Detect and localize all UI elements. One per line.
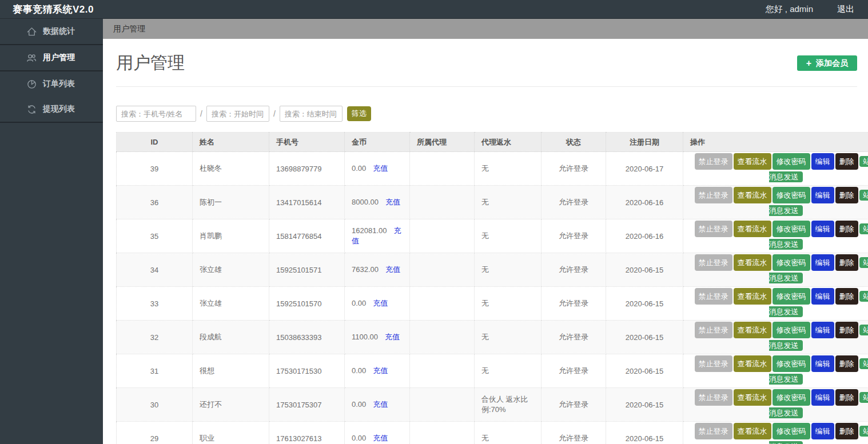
disable-login-button[interactable]: 禁止登录 [695,355,732,372]
cell-agent [410,186,475,219]
app-brand: 赛事竞猜系统V2.0 [0,3,94,16]
search-end-input[interactable] [280,106,343,122]
disable-login-button[interactable]: 禁止登录 [695,153,732,170]
delete-button[interactable]: 删除 [835,423,858,439]
edit-button[interactable]: 编辑 [811,254,834,271]
cell-date: 2020-06-15 [606,422,683,444]
search-start-input[interactable] [206,106,269,122]
delete-button[interactable]: 删除 [835,153,858,170]
edit-button[interactable]: 编辑 [811,355,834,372]
change-password-button[interactable]: 修改密码 [773,288,810,305]
add-member-button[interactable]: + 添加会员 [797,55,857,71]
cell-status: 允许登录 [541,253,606,287]
cell-rebate: 无 [475,186,541,219]
change-password-button[interactable]: 修改密码 [773,389,810,406]
recharge-link[interactable]: 充值 [385,265,400,274]
recharge-link[interactable]: 充值 [385,333,400,341]
view-transactions-button[interactable]: 查看流水 [734,288,771,305]
change-password-button[interactable]: 修改密码 [773,221,810,237]
sidebar-item-withdrawals[interactable]: 提现列表 [0,97,103,123]
view-transactions-button[interactable]: 查看流水 [734,322,771,338]
change-password-button[interactable]: 修改密码 [773,254,810,271]
edit-button[interactable]: 编辑 [811,389,834,406]
delete-button[interactable]: 删除 [835,254,858,271]
change-password-button[interactable]: 修改密码 [773,355,810,372]
recharge-link[interactable]: 充值 [373,400,388,409]
disable-login-button[interactable]: 禁止登录 [695,423,732,439]
view-transactions-button[interactable]: 查看流水 [734,187,771,203]
view-transactions-button[interactable]: 查看流水 [734,423,771,439]
view-transactions-button[interactable]: 查看流水 [734,389,771,406]
delete-button[interactable]: 删除 [835,322,858,338]
cell-name: 肖凯鹏 [193,219,269,253]
edit-button[interactable]: 编辑 [811,288,834,305]
gold-value: 7632.00 [352,265,379,274]
disable-login-button[interactable]: 禁止登录 [695,187,732,203]
gold-value: 0.00 [352,434,366,442]
title-row: 用户管理 + 添加会员 [116,39,857,75]
cell-phone: 15038633393 [269,321,345,354]
filter-button[interactable]: 筛选 [347,106,371,121]
edit-button[interactable]: 编辑 [811,153,834,170]
view-transactions-button[interactable]: 查看流水 [734,254,771,271]
view-transactions-button[interactable]: 查看流水 [734,221,771,237]
table-header: ID姓名手机号金币所属代理代理返水状态注册日期操作 [117,133,868,152]
search-keyword-input[interactable] [116,106,196,122]
gold-value: 1100.00 [352,333,378,341]
row-actions: 禁止登录查看流水修改密码编辑删除站内消息发送 [694,423,868,444]
cell-name: 很想 [193,354,269,388]
logout-button[interactable]: 退出 [837,4,854,15]
plus-icon: + [806,59,811,68]
disable-login-button[interactable]: 禁止登录 [695,221,732,237]
recharge-link[interactable]: 充值 [385,198,400,206]
sidebar-item-orders[interactable]: 订单列表 [0,71,103,97]
row-actions: 禁止登录查看流水修改密码编辑删除站内消息发送 [694,355,868,386]
row-actions: 禁止登录查看流水修改密码编辑删除站内消息发送 [694,254,868,285]
cell-date: 2020-06-15 [606,287,683,321]
table-row: 39 杜晓冬 13698879779 0.00充值 无 允许登录 2020-06… [117,152,868,186]
disable-login-button[interactable]: 禁止登录 [695,322,732,338]
cell-actions: 禁止登录查看流水修改密码编辑删除站内消息发送 [683,253,868,287]
breadcrumb: 用户管理 [113,24,145,34]
delete-button[interactable]: 删除 [835,355,858,372]
change-password-button[interactable]: 修改密码 [773,187,810,203]
main-area: 用户管理 用户管理 + 添加会员 / / 筛选 ID姓名手机号金币所属代理代理 [103,19,868,444]
cell-phone: 15925101570 [269,287,345,321]
delete-button[interactable]: 删除 [835,389,858,406]
delete-button[interactable]: 删除 [835,221,858,237]
cell-rebate: 合伙人 返水比例:70% [475,388,541,422]
view-transactions-button[interactable]: 查看流水 [734,153,771,170]
recharge-link[interactable]: 充值 [373,164,388,173]
disable-login-button[interactable]: 禁止登录 [695,254,732,271]
sidebar-item-statistics[interactable]: 数据统计 [0,19,103,45]
edit-button[interactable]: 编辑 [811,423,834,439]
column-header-5: 代理返水 [475,133,541,152]
disable-login-button[interactable]: 禁止登录 [695,389,732,406]
user-greeting: 您好 , admin [766,4,813,15]
change-password-button[interactable]: 修改密码 [773,153,810,170]
table-row: 29 职业 17613027613 0.00充值 无 允许登录 2020-06-… [117,422,868,444]
recharge-link[interactable]: 充值 [373,299,388,307]
cell-phone: 13417015614 [269,186,345,219]
delete-button[interactable]: 删除 [835,187,858,203]
cell-id: 35 [117,219,193,253]
cell-actions: 禁止登录查看流水修改密码编辑删除站内消息发送 [683,152,868,186]
change-password-button[interactable]: 修改密码 [773,322,810,338]
disable-login-button[interactable]: 禁止登录 [695,288,732,305]
edit-button[interactable]: 编辑 [811,322,834,338]
cell-actions: 禁止登录查看流水修改密码编辑删除站内消息发送 [683,219,868,253]
recharge-link[interactable]: 充值 [373,434,388,442]
delete-button[interactable]: 删除 [835,288,858,305]
recharge-link[interactable]: 充值 [373,366,388,375]
edit-button[interactable]: 编辑 [811,187,834,203]
edit-button[interactable]: 编辑 [811,221,834,237]
change-password-button[interactable]: 修改密码 [773,423,810,439]
row-actions: 禁止登录查看流水修改密码编辑删除站内消息发送 [694,153,868,184]
view-transactions-button[interactable]: 查看流水 [734,355,771,372]
pie-chart-icon [26,78,37,90]
cell-agent [410,422,475,444]
sidebar-item-users[interactable]: 用户管理 [0,45,103,71]
topbar-right: 您好 , admin 退出 [766,4,868,15]
table-row: 32 段成航 15038633393 1100.00充值 无 允许登录 2020… [117,321,868,354]
table-row: 33 张立雄 15925101570 0.00充值 无 允许登录 2020-06… [117,287,868,321]
